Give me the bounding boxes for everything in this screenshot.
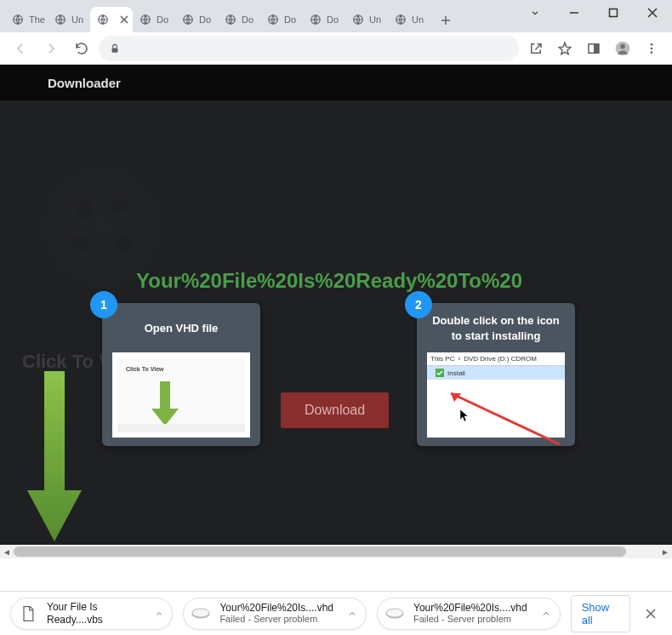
globe-icon: [140, 14, 151, 26]
svg-point-18: [651, 43, 653, 46]
show-all-button[interactable]: Show all: [571, 595, 630, 632]
step-thumbnail-2: This PC › DVD Drive (D:) CDROM Install: [427, 352, 565, 438]
window-minimize-button[interactable]: [555, 0, 594, 26]
svg-point-17: [620, 43, 625, 49]
tab-label: The: [29, 14, 45, 25]
install-label: Install: [447, 369, 465, 377]
tab-label: Do: [242, 14, 253, 25]
window-maximize-button[interactable]: [594, 0, 633, 26]
svg-point-29: [192, 609, 209, 617]
tab-9[interactable]: Un: [388, 7, 430, 32]
svg-rect-15: [595, 43, 599, 53]
thumb2-breadcrumb: This PC › DVD Drive (D:) CDROM: [427, 352, 565, 366]
chevron-up-icon[interactable]: [541, 609, 551, 619]
thumb2-install-row: Install: [427, 366, 565, 380]
tab-0[interactable]: The: [5, 7, 48, 32]
page-header: Downloader: [0, 65, 672, 100]
download-status: Failed - Server problem: [413, 614, 527, 625]
tab-1[interactable]: Un: [48, 7, 90, 32]
tab-5[interactable]: Do: [218, 7, 260, 32]
thumb-arrow-icon: [148, 378, 182, 429]
download-name: Your%20File%20Is....vhd: [219, 602, 333, 614]
tab-4[interactable]: Do: [175, 7, 218, 32]
window-controls: [515, 0, 672, 26]
lock-icon: [109, 43, 121, 54]
download-button[interactable]: Download: [281, 392, 389, 428]
step-title-1: Open VHD file: [112, 313, 250, 344]
globe-icon: [310, 14, 322, 26]
svg-point-25: [115, 235, 132, 252]
scroll-left-icon[interactable]: ◄: [0, 545, 14, 558]
svg-point-20: [651, 51, 653, 54]
svg-rect-1: [610, 9, 618, 17]
svg-point-31: [386, 609, 403, 617]
tab-label: Do: [199, 14, 211, 25]
side-panel-button[interactable]: [580, 35, 607, 62]
red-arrow-icon: [442, 386, 561, 446]
shelf-close-button[interactable]: [641, 602, 662, 626]
step-thumbnail-1: Click To View: [112, 352, 250, 438]
step-card-1: 1 Open VHD file Click To View: [102, 303, 260, 446]
window-chevron-icon[interactable]: [515, 0, 555, 26]
window-close-button[interactable]: [633, 0, 672, 26]
profile-button[interactable]: [609, 35, 636, 62]
globe-icon: [395, 14, 407, 26]
download-name: Your File Is Ready....vbs: [47, 601, 141, 626]
svg-point-19: [651, 47, 653, 49]
globe-icon: [12, 14, 24, 26]
disk-icon: [384, 604, 405, 624]
step-title-2: Double click on the icon to start instal…: [427, 313, 565, 344]
tab-3[interactable]: Do: [133, 7, 175, 32]
bookmark-button[interactable]: [551, 35, 578, 62]
horizontal-scrollbar[interactable]: ◄ ►: [0, 545, 672, 558]
download-status: Failed - Server problem: [219, 614, 333, 625]
green-headline: Your%20File%20Is%20Ready%20To%20: [136, 269, 672, 293]
thumb2-breadcrumb-sep: ›: [458, 355, 460, 363]
reload-button[interactable]: [68, 35, 95, 62]
new-tab-button[interactable]: [434, 9, 458, 32]
download-name: Your%20File%20Is....vhd: [413, 602, 527, 614]
page-content: Downloader Your%20File%20Is%20Ready%20To…: [0, 65, 672, 558]
globe-icon: [352, 14, 364, 26]
svg-rect-12: [112, 48, 118, 52]
close-icon[interactable]: [119, 14, 129, 25]
svg-point-24: [72, 235, 89, 252]
globe-icon: [225, 14, 236, 26]
tab-6[interactable]: Do: [260, 7, 303, 32]
back-button[interactable]: [7, 35, 34, 62]
thumb2-breadcrumb-b: DVD Drive (D:) CDROM: [464, 355, 537, 363]
menu-button[interactable]: [638, 35, 665, 62]
svg-point-23: [111, 197, 128, 214]
tab-label: Do: [284, 14, 296, 25]
thumb1-footer: [117, 424, 245, 432]
tab-label: Un: [369, 14, 381, 25]
step-card-2: 2 Double click on the icon to start inst…: [417, 303, 575, 446]
svg-line-27: [451, 393, 560, 444]
file-icon: [18, 604, 38, 624]
share-button[interactable]: [522, 35, 550, 62]
tab-label: Do: [327, 14, 339, 25]
globe-icon: [182, 14, 194, 26]
forward-button[interactable]: [37, 35, 65, 62]
tab-2-active[interactable]: [90, 7, 133, 32]
globe-icon: [267, 14, 279, 26]
scroll-thumb[interactable]: [14, 546, 626, 557]
download-item-1[interactable]: Your File Is Ready....vbs: [10, 598, 173, 630]
step-badge-2: 2: [405, 291, 432, 318]
thumb2-breadcrumb-a: This PC: [430, 355, 454, 363]
chevron-up-icon[interactable]: [155, 609, 163, 619]
download-arrow-icon: [20, 329, 105, 550]
thumb1-ctv: Click To View: [126, 366, 163, 372]
tab-8[interactable]: Un: [345, 7, 388, 32]
download-shelf: Your File Is Ready....vbs Your%20File%20…: [0, 591, 672, 635]
tab-7[interactable]: Do: [303, 7, 345, 32]
address-input[interactable]: [99, 36, 519, 61]
scroll-right-icon[interactable]: ►: [658, 545, 672, 558]
globe-icon: [54, 14, 66, 26]
page-title: Downloader: [48, 76, 121, 90]
download-item-3[interactable]: Your%20File%20Is....vhdFailed - Server p…: [377, 598, 561, 630]
chevron-up-icon[interactable]: [347, 609, 357, 619]
download-item-2[interactable]: Your%20File%20Is....vhdFailed - Server p…: [183, 598, 367, 630]
install-icon: [436, 369, 444, 377]
tab-label: Un: [412, 14, 424, 25]
